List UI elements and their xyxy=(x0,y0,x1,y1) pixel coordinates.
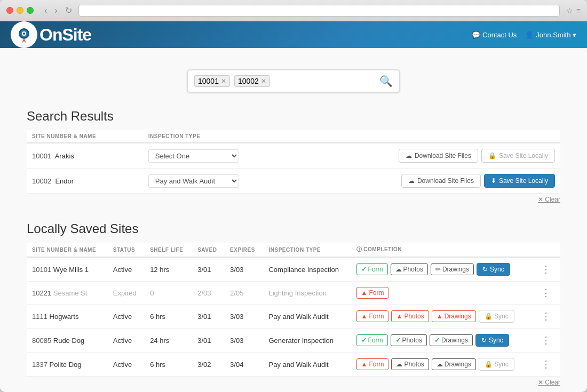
completion-cell: ▲ Form ☁ Photos ☁ Drawings 🔒 Sync xyxy=(351,353,534,377)
download-files-button-2[interactable]: ☁ Download Site Files xyxy=(401,174,481,188)
col-actions xyxy=(300,130,560,143)
form-badge[interactable]: ▲ Form xyxy=(356,358,389,370)
remove-tag-2[interactable]: ✕ xyxy=(261,77,266,85)
contact-us-link[interactable]: 💬 Contact Us xyxy=(472,31,517,39)
shelf-life-cell: 24 hrs xyxy=(145,329,192,353)
col-expires: Expires xyxy=(225,243,263,257)
inspection-type-cell: Select One Pay and Walk Audit Compliance… xyxy=(143,143,300,169)
form-badge[interactable]: ✓ Form xyxy=(356,263,388,275)
more-options-button[interactable]: ⋮ xyxy=(539,311,553,322)
inspection-type-cell: Pay and Walk Audit xyxy=(263,353,351,377)
browser-actions: ☆ ≡ xyxy=(566,6,581,15)
save-site-button-2-active[interactable]: ⬇ Save Site Locally xyxy=(484,174,555,188)
locally-saved-clear-link[interactable]: ✕ Clear xyxy=(27,377,560,388)
table-row: 1337 Polite Dog Active 6 hrs 3/02 3/04 P… xyxy=(27,353,560,377)
back-button[interactable]: ‹ xyxy=(42,4,49,17)
completion-group: ▲ Form ▲ Photos ▲ Drawings 🔒 Sync xyxy=(356,310,529,323)
inspection-select-2[interactable]: Pay and Walk Audit Select One Compliance… xyxy=(148,174,239,188)
completion-cell: ✓ Form ✓ Photos ✓ Drawings ↻ Sync xyxy=(351,329,534,353)
shelf-life-cell: 6 hrs xyxy=(145,305,192,329)
col-inspection: Inspection Type xyxy=(143,130,300,143)
completion-cell: ▲ Form ▲ Photos ▲ Drawings 🔒 Sync xyxy=(351,305,534,329)
photos-badge[interactable]: ☁ Photos xyxy=(391,358,429,370)
sync-button[interactable]: ↻ Sync xyxy=(477,263,510,276)
forward-button[interactable]: › xyxy=(52,4,59,17)
logo-svg xyxy=(14,25,34,44)
form-badge[interactable]: ▲ Form xyxy=(356,310,389,322)
download-icon: ☁ xyxy=(406,152,412,159)
site-id-name: 10221 Sesame St xyxy=(27,282,108,305)
sync-icon: ↻ xyxy=(481,337,487,344)
drawings-badge[interactable]: ✓ Drawings xyxy=(430,334,473,346)
photos-badge[interactable]: ☁ Photos xyxy=(391,263,428,275)
site-id-name: 10002 Endor xyxy=(27,169,143,194)
col-completion: ⓘ Completion xyxy=(351,243,534,257)
lock-icon: 🔒 xyxy=(488,152,496,159)
completion-group: ▲ Form xyxy=(356,287,529,299)
locally-saved-section: Locally Saved Sites Site Number & Name S… xyxy=(27,221,560,388)
col-site-name: Site Number & Name xyxy=(27,243,108,257)
close-button[interactable] xyxy=(6,7,13,14)
inspection-type-cell: Pay and Walk Audit xyxy=(263,305,351,329)
drawings-badge[interactable]: ▲ Drawings xyxy=(432,310,476,322)
completion-cell: ✓ Form ☁ Photos ✏ Drawings ↻ Sync xyxy=(351,257,534,282)
search-tag-2: 10002 ✕ xyxy=(234,75,270,87)
maximize-button[interactable] xyxy=(27,7,34,14)
shelf-life-cell: 0 xyxy=(145,282,192,305)
more-options-button[interactable]: ⋮ xyxy=(539,335,553,346)
save-icon: ⬇ xyxy=(491,177,496,185)
minimize-button[interactable] xyxy=(17,7,23,14)
search-clear-link[interactable]: ✕ Clear xyxy=(27,194,560,205)
dots-cell: ⋮ xyxy=(534,282,560,305)
saved-cell: 3/01 xyxy=(192,305,225,329)
expires-cell: 3/03 xyxy=(225,305,263,329)
completion-group: ✓ Form ✓ Photos ✓ Drawings ↻ Sync xyxy=(356,334,529,347)
completion-group: ▲ Form ☁ Photos ☁ Drawings 🔒 Sync xyxy=(356,358,529,371)
search-button[interactable]: 🔍 xyxy=(379,75,393,87)
completion-group: ✓ Form ☁ Photos ✏ Drawings ↻ Sync xyxy=(356,263,529,276)
drawings-badge[interactable]: ✏ Drawings xyxy=(431,263,474,275)
sync-button-locked: 🔒 Sync xyxy=(479,310,514,323)
dots-cell: ⋮ xyxy=(534,257,560,282)
sync-button[interactable]: ↻ Sync xyxy=(475,334,509,347)
more-options-button[interactable]: ⋮ xyxy=(539,264,553,275)
dots-cell: ⋮ xyxy=(534,329,560,353)
form-badge[interactable]: ✓ Form xyxy=(356,334,388,346)
bookmark-button[interactable]: ☆ xyxy=(566,6,573,15)
inspection-select-1[interactable]: Select One Pay and Walk Audit Compliance… xyxy=(148,149,239,163)
pencil-icon: ✏ xyxy=(435,266,441,273)
warn-icon: ▲ xyxy=(361,313,368,320)
save-site-button-1-locked[interactable]: 🔒 Save Site Locally xyxy=(481,149,555,163)
dots-cell: ⋮ xyxy=(534,353,560,377)
more-options-button[interactable]: ⋮ xyxy=(539,287,553,298)
col-inspection-type: Inspection Type xyxy=(263,243,351,257)
status-cell: Active xyxy=(108,305,145,329)
shelf-life-cell: 12 hrs xyxy=(145,257,192,282)
locally-saved-header: Site Number & Name Status Shelf Life Sav… xyxy=(27,243,560,257)
status-cell: Expired xyxy=(108,282,145,305)
table-row: 10002 Endor Pay and Walk Audit Select On… xyxy=(27,169,560,194)
form-badge[interactable]: ▲ Form xyxy=(356,287,389,299)
expires-cell: 3/03 xyxy=(225,329,263,353)
photos-badge[interactable]: ✓ Photos xyxy=(391,334,427,346)
col-saved: Saved xyxy=(192,243,225,257)
menu-button[interactable]: ≡ xyxy=(576,6,581,15)
user-menu[interactable]: 👤 John.Smith ▾ xyxy=(525,31,576,39)
expires-cell: 3/03 xyxy=(225,257,263,282)
photos-badge[interactable]: ▲ Photos xyxy=(391,310,429,322)
warn-icon: ▲ xyxy=(361,289,368,297)
download-icon: ☁ xyxy=(408,177,415,185)
saved-cell: 3/01 xyxy=(192,329,225,353)
remove-tag-1[interactable]: ✕ xyxy=(221,77,226,85)
logo-icon xyxy=(11,21,37,48)
drawings-badge[interactable]: ☁ Drawings xyxy=(432,358,476,370)
inspection-type-cell: Pay and Walk Audit Select One Compliance… xyxy=(143,169,300,194)
sync-button-locked: 🔒 Sync xyxy=(479,358,514,371)
search-results-header: Site Number & Name Inspection Type xyxy=(27,130,560,143)
more-options-button[interactable]: ⋮ xyxy=(539,359,553,370)
table-row: 1111 Hogwarts Active 6 hrs 3/01 3/03 Pay… xyxy=(27,305,560,329)
refresh-button[interactable]: ↻ xyxy=(63,4,74,17)
url-bar[interactable] xyxy=(78,5,560,17)
locally-saved-title: Locally Saved Sites xyxy=(27,221,560,236)
download-files-button-1[interactable]: ☁ Download Site Files xyxy=(399,149,478,163)
